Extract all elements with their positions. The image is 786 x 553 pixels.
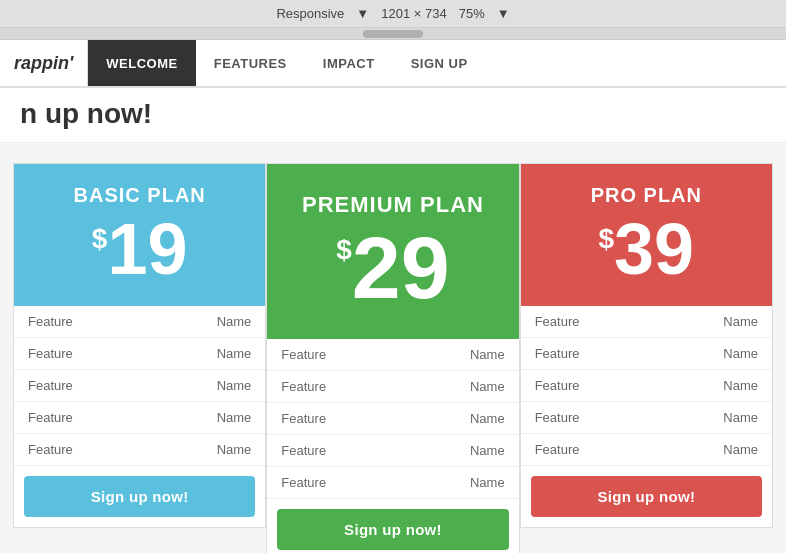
pro-plan-name: PRO PLAN <box>541 184 752 207</box>
premium-currency: $ <box>336 236 352 264</box>
feature-label: Feature <box>267 403 402 435</box>
table-row: Feature Name <box>14 433 265 465</box>
basic-price-amount: 19 <box>107 217 187 282</box>
dropdown-arrow: ▼ <box>356 6 369 21</box>
pricing-container: BASIC PLAN $ 19 Feature Name Feature Nam… <box>13 163 773 553</box>
premium-plan-header: PREMIUM PLAN $ 29 <box>267 164 518 339</box>
basic-currency: $ <box>92 225 108 253</box>
feature-label: Feature <box>14 433 149 465</box>
navbar-nav: WELCOME FEATURES IMPACT SIGN UP <box>88 40 485 86</box>
basic-plan-header: BASIC PLAN $ 19 <box>14 164 265 306</box>
feature-label: Feature <box>14 306 149 338</box>
feature-value: Name <box>402 371 518 403</box>
responsive-label: Responsive <box>276 6 344 21</box>
feature-label: Feature <box>521 337 656 369</box>
table-row: Feature Name <box>14 337 265 369</box>
pro-features-table: Feature Name Feature Name Feature Name F… <box>521 306 772 466</box>
pro-plan-card: PRO PLAN $ 39 Feature Name Feature Name … <box>520 163 773 528</box>
pro-plan-header: PRO PLAN $ 39 <box>521 164 772 306</box>
table-row: Feature Name <box>14 369 265 401</box>
table-row: Feature Name <box>267 371 518 403</box>
navbar: rappin' WELCOME FEATURES IMPACT SIGN UP <box>0 40 786 88</box>
table-row: Feature Name <box>521 306 772 338</box>
table-row: Feature Name <box>521 369 772 401</box>
basic-plan-price: $ 19 <box>34 217 245 282</box>
feature-value: Name <box>402 435 518 467</box>
basic-features-table: Feature Name Feature Name Feature Name F… <box>14 306 265 466</box>
navbar-brand: rappin' <box>0 40 88 86</box>
premium-plan-name: PREMIUM PLAN <box>287 192 498 218</box>
feature-value: Name <box>149 337 265 369</box>
feature-value: Name <box>656 433 772 465</box>
table-row: Feature Name <box>14 306 265 338</box>
pro-plan-price: $ 39 <box>541 217 752 282</box>
feature-label: Feature <box>521 306 656 338</box>
pro-signup-button[interactable]: Sign up now! <box>531 476 762 517</box>
scrollbar-thumb[interactable] <box>363 30 423 38</box>
premium-features-table: Feature Name Feature Name Feature Name F… <box>267 339 518 499</box>
pro-price-amount: 39 <box>614 217 694 282</box>
scrollbar-row[interactable] <box>0 28 786 40</box>
table-row: Feature Name <box>267 339 518 371</box>
basic-plan-card: BASIC PLAN $ 19 Feature Name Feature Nam… <box>13 163 266 528</box>
feature-label: Feature <box>267 371 402 403</box>
feature-value: Name <box>656 401 772 433</box>
premium-plan-card: PREMIUM PLAN $ 29 Feature Name Feature N… <box>266 163 519 553</box>
resolution-label: 1201 × 734 <box>381 6 446 21</box>
feature-label: Feature <box>14 401 149 433</box>
premium-plan-price: $ 29 <box>287 228 498 307</box>
premium-price-amount: 29 <box>352 228 450 307</box>
table-row: Feature Name <box>267 403 518 435</box>
feature-label: Feature <box>521 369 656 401</box>
nav-signup[interactable]: SIGN UP <box>393 40 486 86</box>
feature-value: Name <box>656 306 772 338</box>
pro-currency: $ <box>598 225 614 253</box>
nav-welcome[interactable]: WELCOME <box>88 40 195 86</box>
feature-value: Name <box>149 369 265 401</box>
table-row: Feature Name <box>267 435 518 467</box>
basic-signup-button[interactable]: Sign up now! <box>24 476 255 517</box>
nav-impact[interactable]: IMPACT <box>305 40 393 86</box>
feature-value: Name <box>402 339 518 371</box>
feature-value: Name <box>402 467 518 499</box>
table-row: Feature Name <box>521 401 772 433</box>
main-content: BASIC PLAN $ 19 Feature Name Feature Nam… <box>0 143 786 553</box>
table-row: Feature Name <box>267 467 518 499</box>
feature-label: Feature <box>267 435 402 467</box>
feature-value: Name <box>402 403 518 435</box>
feature-value: Name <box>149 401 265 433</box>
table-row: Feature Name <box>521 433 772 465</box>
nav-features[interactable]: FEATURES <box>196 40 305 86</box>
feature-label: Feature <box>521 401 656 433</box>
table-row: Feature Name <box>521 337 772 369</box>
feature-label: Feature <box>267 467 402 499</box>
browser-bar: Responsive ▼ 1201 × 734 75% ▼ <box>0 0 786 28</box>
feature-value: Name <box>149 433 265 465</box>
feature-value: Name <box>656 337 772 369</box>
feature-label: Feature <box>521 433 656 465</box>
basic-plan-name: BASIC PLAN <box>34 184 245 207</box>
feature-value: Name <box>149 306 265 338</box>
page-heading: n up now! <box>0 88 786 143</box>
zoom-arrow: ▼ <box>497 6 510 21</box>
feature-label: Feature <box>267 339 402 371</box>
table-row: Feature Name <box>14 401 265 433</box>
feature-label: Feature <box>14 337 149 369</box>
feature-label: Feature <box>14 369 149 401</box>
feature-value: Name <box>656 369 772 401</box>
premium-signup-button[interactable]: Sign up now! <box>277 509 508 550</box>
zoom-label: 75% <box>459 6 485 21</box>
